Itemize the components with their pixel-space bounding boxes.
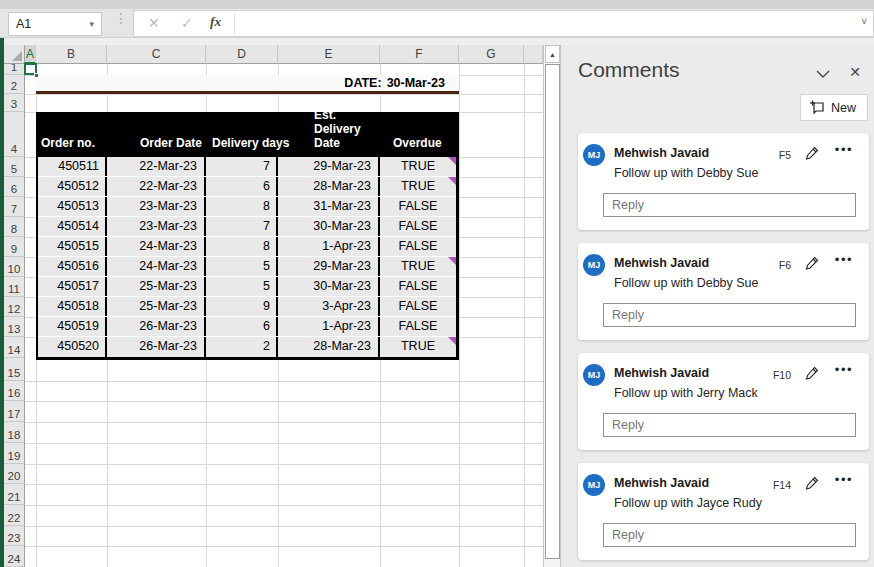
comment-cell-ref[interactable]: F6 bbox=[779, 259, 791, 271]
column-header-G[interactable]: G bbox=[459, 45, 524, 64]
table-row[interactable]: 450514 23-Mar-23 7 30-Mar-23 FALSE bbox=[38, 217, 456, 237]
cell-est-delivery-date[interactable]: 1-Apr-23 bbox=[278, 237, 380, 256]
row-header-14[interactable]: 14 bbox=[4, 337, 25, 358]
cell-order-no[interactable]: 450513 bbox=[38, 197, 107, 216]
table-header-cell[interactable]: Overdue bbox=[388, 112, 444, 157]
row-header-22[interactable]: 22 bbox=[4, 505, 25, 526]
table-row[interactable]: 450511 22-Mar-23 7 29-Mar-23 TRUE bbox=[38, 157, 456, 177]
edit-comment-icon[interactable] bbox=[805, 366, 819, 384]
comment-indicator-icon[interactable] bbox=[448, 157, 456, 165]
cell-overdue[interactable]: FALSE bbox=[380, 297, 456, 316]
cell-est-delivery-date[interactable]: 31-Mar-23 bbox=[278, 197, 380, 216]
cell-order-date[interactable]: 25-Mar-23 bbox=[107, 277, 206, 296]
comment-card[interactable]: MJ Mehwish Javaid F5 ••• Follow up with … bbox=[578, 133, 869, 230]
scrollbar-thumb[interactable] bbox=[545, 64, 560, 559]
cell-delivery-days[interactable]: 8 bbox=[206, 237, 278, 256]
row-header-11[interactable]: 11 bbox=[4, 277, 25, 297]
comment-cell-ref[interactable]: F5 bbox=[779, 149, 791, 161]
cell-delivery-days[interactable]: 5 bbox=[206, 257, 278, 276]
comment-cell-ref[interactable]: F14 bbox=[773, 479, 791, 491]
cell-order-no[interactable]: 450519 bbox=[38, 317, 107, 336]
row-header-5[interactable]: 5 bbox=[4, 157, 25, 177]
row-header-19[interactable]: 19 bbox=[4, 443, 25, 464]
table-header-row[interactable]: Order no.Order DateDelivery daysEst. Del… bbox=[36, 112, 459, 157]
cell-est-delivery-date[interactable]: 28-Mar-23 bbox=[278, 177, 380, 196]
cell-est-delivery-date[interactable]: 28-Mar-23 bbox=[278, 337, 380, 357]
row-header-21[interactable]: 21 bbox=[4, 484, 25, 505]
cell-order-no[interactable]: 450517 bbox=[38, 277, 107, 296]
more-options-icon[interactable]: ••• bbox=[835, 252, 853, 267]
cell-est-delivery-date[interactable]: 30-Mar-23 bbox=[278, 217, 380, 236]
cell-order-no[interactable]: 450516 bbox=[38, 257, 107, 276]
comment-indicator-icon[interactable] bbox=[448, 177, 456, 185]
scroll-up-icon[interactable]: ▲ bbox=[545, 45, 560, 63]
table-row[interactable]: 450512 22-Mar-23 6 28-Mar-23 TRUE bbox=[38, 177, 456, 197]
panel-close-icon[interactable]: ✕ bbox=[849, 65, 861, 79]
cell-delivery-days[interactable]: 2 bbox=[206, 337, 278, 357]
cell-overdue[interactable]: TRUE bbox=[380, 257, 456, 276]
select-all-button[interactable] bbox=[4, 45, 25, 64]
comment-card[interactable]: MJ Mehwish Javaid F6 ••• Follow up with … bbox=[578, 243, 869, 340]
fill-handle[interactable] bbox=[34, 73, 39, 78]
table-row[interactable]: 450520 26-Mar-23 2 28-Mar-23 TRUE bbox=[38, 337, 456, 357]
cell-order-no[interactable]: 450514 bbox=[38, 217, 107, 236]
cell-delivery-days[interactable]: 8 bbox=[206, 197, 278, 216]
cell-est-delivery-date[interactable]: 3-Apr-23 bbox=[278, 297, 380, 316]
enter-icon[interactable]: ✓ bbox=[181, 15, 193, 31]
row-header-12[interactable]: 12 bbox=[4, 297, 25, 317]
new-comment-button[interactable]: New bbox=[800, 94, 868, 121]
row-header-4[interactable]: 4 bbox=[4, 112, 25, 157]
cell-est-delivery-date[interactable]: 1-Apr-23 bbox=[278, 317, 380, 336]
cell-order-date[interactable]: 23-Mar-23 bbox=[107, 197, 206, 216]
cell-overdue[interactable]: FALSE bbox=[380, 277, 456, 296]
row-header-6[interactable]: 6 bbox=[4, 177, 25, 197]
cell-overdue[interactable]: FALSE bbox=[380, 197, 456, 216]
insert-function-icon[interactable]: fx bbox=[210, 14, 221, 30]
table-header-cell[interactable]: Order no. bbox=[36, 112, 135, 157]
column-header-B[interactable]: B bbox=[36, 45, 107, 64]
cell-order-date[interactable]: 26-Mar-23 bbox=[107, 337, 206, 357]
column-header-partial[interactable] bbox=[524, 45, 543, 64]
table-row[interactable]: 450517 25-Mar-23 5 30-Mar-23 FALSE bbox=[38, 277, 456, 297]
edit-comment-icon[interactable] bbox=[805, 146, 819, 164]
vertical-scrollbar[interactable]: ▲ bbox=[543, 45, 560, 567]
cell-order-no[interactable]: 450518 bbox=[38, 297, 107, 316]
column-header-D[interactable]: D bbox=[206, 45, 278, 64]
cell-delivery-days[interactable]: 7 bbox=[206, 217, 278, 236]
cell-order-no[interactable]: 450511 bbox=[38, 157, 107, 176]
more-options-icon[interactable]: ••• bbox=[835, 472, 853, 487]
comment-card[interactable]: MJ Mehwish Javaid F14 ••• Follow up with… bbox=[578, 463, 869, 560]
cell-order-date[interactable]: 26-Mar-23 bbox=[107, 317, 206, 336]
row-header-23[interactable]: 23 bbox=[4, 526, 25, 546]
more-options-icon[interactable]: ••• bbox=[835, 142, 853, 157]
cancel-icon[interactable]: ✕ bbox=[148, 15, 160, 31]
column-header-E[interactable]: E bbox=[278, 45, 380, 64]
cell-order-date[interactable]: 22-Mar-23 bbox=[107, 177, 206, 196]
date-banner-cell[interactable]: DATE: 30-Mar-23 bbox=[36, 75, 459, 94]
cell-delivery-days[interactable]: 6 bbox=[206, 317, 278, 336]
cell-delivery-days[interactable]: 7 bbox=[206, 157, 278, 176]
row-header-20[interactable]: 20 bbox=[4, 464, 25, 484]
column-header-F[interactable]: F bbox=[380, 45, 459, 64]
cell-overdue[interactable]: FALSE bbox=[380, 237, 456, 256]
formula-bar-expand-icon[interactable]: ˅ bbox=[861, 16, 867, 27]
cell-delivery-days[interactable]: 9 bbox=[206, 297, 278, 316]
cell-order-no[interactable]: 450520 bbox=[38, 337, 107, 357]
cell-order-date[interactable]: 24-Mar-23 bbox=[107, 237, 206, 256]
cell-order-no[interactable]: 450515 bbox=[38, 237, 107, 256]
edit-comment-icon[interactable] bbox=[805, 476, 819, 494]
cell-order-date[interactable]: 24-Mar-23 bbox=[107, 257, 206, 276]
table-header-cell[interactable]: Order Date bbox=[135, 112, 207, 157]
cell-overdue[interactable]: TRUE bbox=[380, 177, 456, 196]
reply-input[interactable] bbox=[603, 523, 856, 547]
cell-est-delivery-date[interactable]: 29-Mar-23 bbox=[278, 157, 380, 176]
row-header-17[interactable]: 17 bbox=[4, 401, 25, 422]
table-row[interactable]: 450519 26-Mar-23 6 1-Apr-23 FALSE bbox=[38, 317, 456, 337]
cell-order-date[interactable]: 22-Mar-23 bbox=[107, 157, 206, 176]
reply-input[interactable] bbox=[603, 303, 856, 327]
comment-card[interactable]: MJ Mehwish Javaid F10 ••• Follow up with… bbox=[578, 353, 869, 450]
row-header-9[interactable]: 9 bbox=[4, 237, 25, 257]
row-header-13[interactable]: 13 bbox=[4, 317, 25, 337]
row-header-8[interactable]: 8 bbox=[4, 217, 25, 237]
row-header-15[interactable]: 15 bbox=[4, 358, 25, 381]
